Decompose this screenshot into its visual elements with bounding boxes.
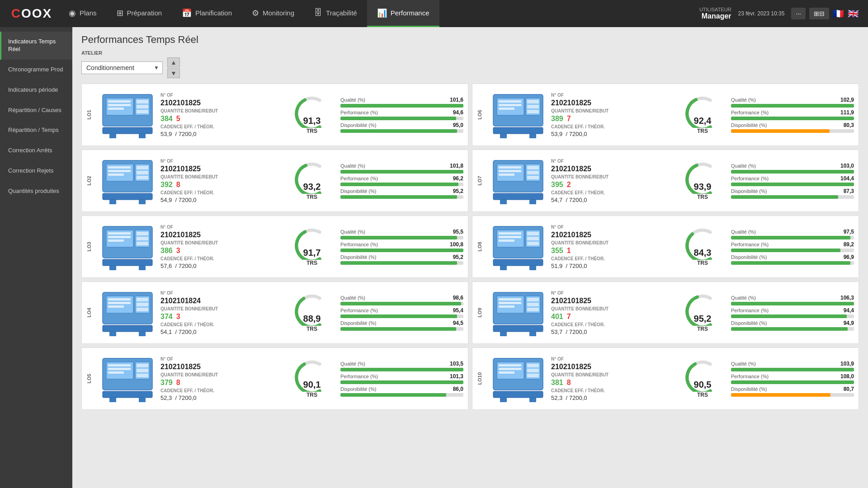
trs-section: 93,9 TRS: [678, 161, 727, 200]
of-value: 2102101825: [551, 99, 674, 107]
qualite-label: Qualité (%): [340, 229, 365, 235]
disponibilite-bar-bg: [340, 129, 463, 133]
performance-bar-bg: [731, 183, 854, 186]
svg-rect-42: [527, 166, 539, 169]
trs-label: TRS: [697, 194, 708, 200]
sidebar-item-correction-arrêts[interactable]: Correction Arrêts: [0, 141, 72, 161]
arrow-down-btn[interactable]: ▼: [167, 68, 180, 78]
svg-rect-8: [137, 110, 148, 113]
of-label: N° OF: [160, 225, 283, 230]
svg-rect-119: [529, 398, 536, 402]
sidebar-item-répartition---temps[interactable]: Répartition / Temps: [0, 120, 72, 141]
svg-rect-88: [499, 305, 514, 308]
qty-values: 386 3: [160, 247, 283, 255]
sidebar: Indicateurs Temps RéelChronogramme ProdI…: [0, 27, 72, 488]
cadence-label: CADENCE EFF. / THÉOR.: [160, 322, 283, 327]
svg-rect-83: [139, 332, 146, 336]
top-navigation: COOX ◉Plans⊞Préparation📅Planification⚙Mo…: [0, 0, 868, 27]
icon-btn-1[interactable]: ···: [791, 8, 806, 19]
cadence-label: CADENCE EFF. / THÉOR.: [551, 388, 674, 393]
qty-label: QUANTITE BONNE/REBUT: [160, 240, 283, 245]
lot-info: N° OF 2102101825 QUANTITE BONNE/REBUT 38…: [551, 357, 674, 401]
svg-rect-66: [527, 232, 539, 235]
svg-rect-15: [499, 104, 521, 106]
qty-good: 384: [160, 115, 173, 123]
metric-performance: Performance (%) 89,2: [731, 241, 854, 252]
svg-rect-71: [529, 266, 536, 270]
svg-rect-10: [109, 134, 116, 138]
qty-label: QUANTITE BONNE/REBUT: [160, 306, 283, 311]
qty-good: 389: [551, 115, 563, 123]
performance-bar-bg: [340, 249, 463, 252]
icon-btn-2[interactable]: ⊞⊟: [809, 8, 829, 19]
cadence-value: 51,9 / 7200,0: [551, 263, 674, 269]
machine-illustration: [98, 222, 157, 272]
sidebar-item-indicateurs-temps-réel[interactable]: Indicateurs Temps Réel: [0, 32, 72, 60]
trs-label: TRS: [307, 128, 317, 134]
nav-item-préparation[interactable]: ⊞Préparation: [107, 0, 172, 27]
qualite-bar-fill: [340, 368, 463, 371]
svg-rect-90: [527, 298, 539, 301]
logo-text: COOX: [11, 6, 52, 21]
sidebar-item-répartition---causes[interactable]: Répartition / Causes: [0, 100, 72, 121]
qualite-bar-fill: [731, 104, 854, 108]
cadence-label: CADENCE EFF. / THÉOR.: [160, 124, 283, 129]
content-area: Performances Temps Réel ATELIER Conditio…: [72, 27, 868, 488]
qty-values: 392 8: [160, 181, 283, 189]
disponibilite-bar-fill: [731, 261, 850, 265]
svg-rect-115: [527, 369, 539, 372]
of-value: 2102101825: [160, 165, 283, 173]
nav-item-plans[interactable]: ◉Plans: [59, 0, 107, 27]
svg-rect-67: [527, 237, 539, 240]
cadence-label: CADENCE EFF. / THÉOR.: [551, 322, 674, 327]
sidebar-item-quantités-produites[interactable]: Quantités produites: [0, 181, 72, 202]
qualite-label: Qualité (%): [340, 361, 365, 366]
qualite-bar-fill: [731, 302, 854, 305]
performance-value: 111,9: [840, 109, 854, 116]
sidebar-item-correction-rejets[interactable]: Correction Rejets: [0, 161, 72, 181]
arrow-up-btn[interactable]: ▲: [167, 57, 180, 67]
qualite-label: Qualité (%): [731, 361, 756, 366]
sidebar-item-indicateurs-période[interactable]: Indicateurs période: [0, 80, 72, 100]
performance-bar-fill: [731, 183, 854, 186]
nav-icon: 🗄: [314, 8, 322, 18]
lot-card-lo10: LO10 N° OF 2102101825 QUANTITE BONNE/REB…: [472, 347, 859, 410]
trs-label: TRS: [307, 194, 317, 200]
cadence-value: 54,9 / 7200,0: [160, 197, 283, 203]
disponibilite-label: Disponibilité (%): [731, 122, 767, 128]
nav-item-performance[interactable]: 📊Performance: [367, 0, 439, 27]
svg-rect-16: [499, 108, 514, 110]
svg-rect-74: [108, 298, 131, 300]
cadence-label: CADENCE EFF. / THÉOR.: [551, 256, 674, 261]
nav-item-planification[interactable]: 📅Planification: [172, 0, 242, 27]
qualite-bar-bg: [731, 368, 854, 371]
nav-label: Planification: [195, 9, 232, 17]
metrics-section: Qualité (%) 101,8 Performance (%) 96,2: [340, 163, 463, 199]
metric-performance: Performance (%) 104,4: [731, 175, 854, 186]
nav-item-monitoring[interactable]: ⚙Monitoring: [242, 0, 304, 27]
trs-label: TRS: [307, 326, 317, 332]
user-info: UTILISATEUR Manager: [699, 7, 731, 20]
svg-rect-70: [500, 266, 507, 270]
disponibilite-bar-fill: [340, 195, 457, 199]
of-value: 2102101825: [160, 231, 283, 239]
qty-values: 379 8: [160, 379, 283, 387]
svg-rect-107: [139, 398, 146, 402]
metrics-section: Qualité (%) 106,3 Performance (%) 94,4: [731, 295, 854, 331]
performance-bar-fill: [731, 380, 854, 384]
svg-rect-95: [529, 332, 536, 336]
nav-item-traçabilité[interactable]: 🗄Traçabilité: [304, 0, 367, 27]
trs-value: 91,7: [303, 248, 321, 258]
disponibilite-bar-bg: [731, 327, 854, 331]
performance-label: Performance (%): [340, 110, 378, 115]
svg-rect-22: [500, 134, 507, 138]
sidebar-item-chronogramme-prod[interactable]: Chronogramme Prod: [0, 60, 72, 80]
qty-label: QUANTITE BONNE/REBUT: [551, 174, 674, 179]
metrics-section: Qualité (%) 101,6 Performance (%) 94,6: [340, 97, 463, 133]
atelier-select[interactable]: Conditionnement: [81, 61, 163, 74]
metric-performance: Performance (%) 94,6: [340, 109, 463, 120]
metric-qualite: Qualité (%) 103,9: [731, 361, 854, 371]
svg-rect-51: [108, 236, 131, 238]
cadence-value: 53,9 / 7200,0: [551, 131, 674, 137]
svg-rect-50: [108, 232, 131, 235]
